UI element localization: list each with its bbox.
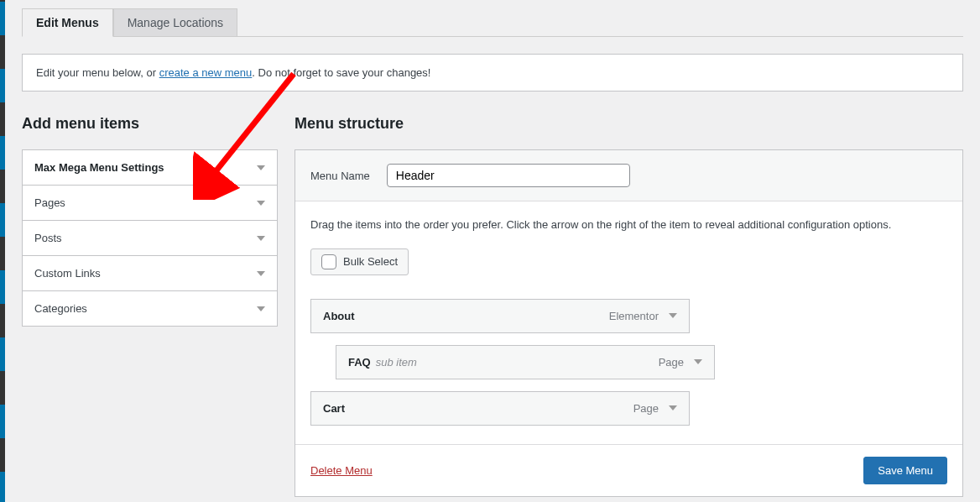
chevron-down-icon xyxy=(669,405,677,410)
menu-item-type: Elementor xyxy=(609,310,659,322)
menu-footer: Delete Menu Save Menu xyxy=(295,444,962,496)
menu-item-title: About xyxy=(323,310,355,322)
chevron-down-icon xyxy=(257,165,265,170)
menu-name-label: Menu Name xyxy=(310,170,370,182)
bulk-select-label: Bulk Select xyxy=(343,255,398,268)
menu-item-cart[interactable]: Cart Page xyxy=(310,391,690,426)
chevron-down-icon xyxy=(694,359,702,364)
accordion-label: Categories xyxy=(34,302,87,315)
accordion-categories[interactable]: Categories xyxy=(23,291,277,326)
accordion-label: Max Mega Menu Settings xyxy=(34,161,164,174)
save-menu-button[interactable]: Save Menu xyxy=(863,457,947,484)
chevron-down-icon xyxy=(257,236,265,241)
menu-item-faq[interactable]: FAQ sub item Page xyxy=(336,345,715,379)
notice-prefix: Edit your menu below, or xyxy=(36,66,159,79)
accordion-add-items: Max Mega Menu Settings Pages Posts Custo… xyxy=(22,149,278,327)
add-menu-items-heading: Add menu items xyxy=(22,115,278,133)
create-new-menu-link[interactable]: create a new menu xyxy=(159,66,253,79)
accordion-pages[interactable]: Pages xyxy=(23,186,277,221)
tab-manage-locations[interactable]: Manage Locations xyxy=(113,8,237,37)
tab-edit-menus[interactable]: Edit Menus xyxy=(22,8,113,37)
bulk-select-button[interactable]: Bulk Select xyxy=(310,248,409,275)
menu-body: Drag the items into the order you prefer… xyxy=(295,201,962,444)
delete-menu-link[interactable]: Delete Menu xyxy=(310,464,373,477)
menu-instructions: Drag the items into the order you prefer… xyxy=(310,217,947,233)
accordion-custom-links[interactable]: Custom Links xyxy=(23,256,277,291)
menu-item-title: Cart xyxy=(323,402,345,415)
menu-header: Menu Name xyxy=(295,150,962,201)
menu-structure-box: Menu Name Drag the items into the order … xyxy=(295,149,963,497)
menu-item-type: Page xyxy=(659,356,684,369)
accordion-label: Posts xyxy=(34,232,62,244)
edit-notice: Edit your menu below, or create a new me… xyxy=(22,54,963,92)
notice-suffix: . Do not forget to save your changes! xyxy=(252,66,430,79)
menu-item-type: Page xyxy=(633,402,659,415)
wp-admin-edge xyxy=(0,0,5,502)
menu-item-about[interactable]: About Elementor xyxy=(310,299,690,333)
accordion-label: Custom Links xyxy=(34,267,101,280)
accordion-posts[interactable]: Posts xyxy=(23,221,277,256)
chevron-down-icon xyxy=(257,201,265,206)
menu-item-subtitle: sub item xyxy=(376,356,417,369)
tab-underline xyxy=(237,36,963,37)
chevron-down-icon xyxy=(257,271,265,276)
chevron-down-icon xyxy=(257,306,265,311)
chevron-down-icon xyxy=(669,313,677,318)
checkbox-icon xyxy=(321,254,336,269)
accordion-max-mega-menu[interactable]: Max Mega Menu Settings xyxy=(23,150,277,186)
menu-structure-heading: Menu structure xyxy=(295,115,963,133)
accordion-label: Pages xyxy=(34,196,65,209)
menu-item-title: FAQ xyxy=(348,356,371,369)
nav-tabs: Edit Menus Manage Locations xyxy=(22,8,963,37)
menu-name-input[interactable] xyxy=(387,164,630,187)
